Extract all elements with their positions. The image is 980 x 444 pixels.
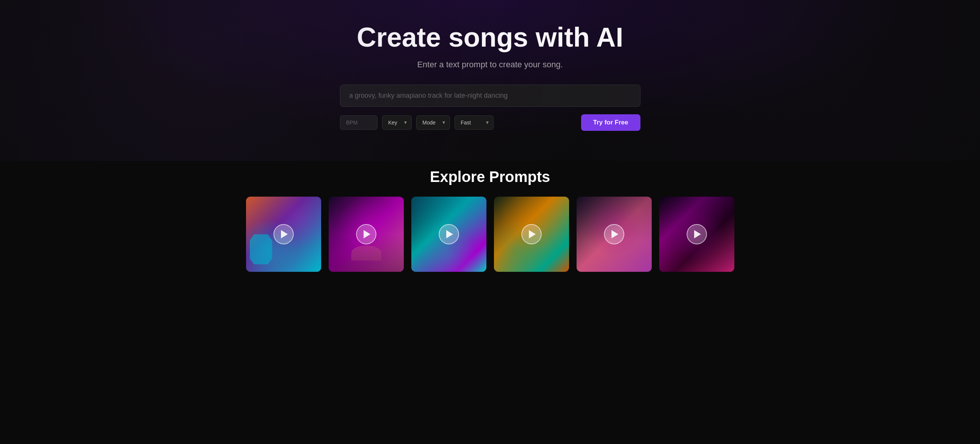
play-icon-3 bbox=[446, 230, 453, 238]
hero-title: Create songs with AI bbox=[357, 22, 623, 52]
explore-section: Explore Prompts bbox=[0, 161, 980, 287]
prompt-input-container bbox=[340, 85, 640, 107]
play-icon-5 bbox=[611, 230, 618, 238]
play-button-1[interactable] bbox=[274, 224, 294, 244]
prompt-card-1[interactable] bbox=[246, 196, 321, 272]
prompt-card-6[interactable] bbox=[659, 196, 734, 272]
play-icon-1 bbox=[281, 230, 288, 238]
card-5-play-overlay bbox=[577, 196, 652, 272]
play-icon-2 bbox=[364, 230, 371, 238]
mode-select-wrapper: Mode Major Minor ▼ bbox=[416, 115, 450, 130]
hero-section: Create songs with AI Enter a text prompt… bbox=[0, 0, 980, 161]
prompt-input[interactable] bbox=[340, 85, 640, 107]
prompt-card-4[interactable] bbox=[494, 196, 569, 272]
card-2-play-overlay bbox=[329, 196, 404, 272]
speed-select[interactable]: Fast Slow Medium bbox=[455, 115, 493, 130]
play-icon-4 bbox=[529, 230, 536, 238]
prompt-card-2[interactable] bbox=[329, 196, 404, 272]
card-6-play-overlay bbox=[659, 196, 734, 272]
play-button-4[interactable] bbox=[521, 224, 542, 244]
key-select[interactable]: Key C C# D D# E F F# G G# A A# B bbox=[382, 115, 412, 130]
play-icon-6 bbox=[694, 230, 701, 238]
speed-select-wrapper: Fast Slow Medium ▼ bbox=[455, 115, 493, 130]
mode-select[interactable]: Mode Major Minor bbox=[416, 115, 450, 130]
controls-row: Key C C# D D# E F F# G G# A A# B ▼ Mode … bbox=[340, 114, 640, 131]
play-button-2[interactable] bbox=[356, 224, 376, 244]
card-3-play-overlay bbox=[411, 196, 487, 272]
explore-title: Explore Prompts bbox=[15, 168, 965, 185]
play-button-6[interactable] bbox=[687, 224, 707, 244]
prompt-card-3[interactable] bbox=[411, 196, 487, 272]
key-select-wrapper: Key C C# D D# E F F# G G# A A# B ▼ bbox=[382, 115, 412, 130]
card-1-play-overlay bbox=[246, 196, 321, 272]
card-4-play-overlay bbox=[494, 196, 569, 272]
try-free-button[interactable]: Try for Free bbox=[581, 114, 640, 131]
play-button-3[interactable] bbox=[439, 224, 459, 244]
prompt-card-5[interactable] bbox=[577, 196, 652, 272]
hero-subtitle: Enter a text prompt to create your song. bbox=[417, 60, 563, 70]
prompts-grid bbox=[15, 196, 965, 272]
bpm-input[interactable] bbox=[340, 115, 377, 130]
play-button-5[interactable] bbox=[604, 224, 624, 244]
